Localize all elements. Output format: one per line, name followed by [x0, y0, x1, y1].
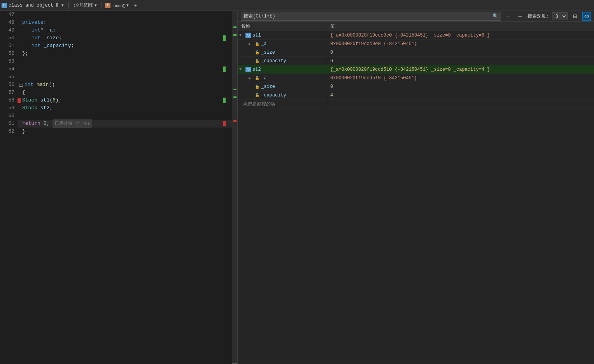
code-line-55: [18, 73, 232, 81]
watch-row-st1-a[interactable]: ▶ 🔒 _a 0x0000020f19ccc9e0 {-842150451}: [238, 40, 594, 48]
watch-cell-value-st1-a: 0x0000020f19ccc9e0 {-842150451}: [327, 41, 594, 47]
watch-search-box[interactable]: 搜索(Ctrl+E) 🔍: [241, 12, 501, 21]
code-lines: private: int* _a; int _size; int _: [18, 11, 232, 364]
expand-st1[interactable]: ▼: [239, 33, 244, 37]
regex-btn[interactable]: ab: [582, 12, 591, 21]
code-line-47: [18, 11, 232, 19]
top-bar-left: C class and object Ⅱ ▾ (全局范围) ▾ f main()…: [2, 1, 592, 10]
code-line-51: int _capacity;: [18, 42, 232, 50]
watch-row-st2-a[interactable]: ▶ 🔒 _a 0x0000020f19ccd510 {-842150451}: [238, 74, 594, 82]
expand-st2[interactable]: ▼: [239, 67, 244, 72]
watch-cell-name-st2-capacity: 🔒 _capacity: [238, 93, 327, 98]
code-area: 47 48 49 50 51 52 53 54 55 56 57 58 59 6…: [0, 11, 237, 364]
func-dropdown-btn[interactable]: main() ▾: [112, 2, 130, 9]
search-label: 搜索(Ctrl+E): [244, 13, 275, 19]
file-dropdown-btn[interactable]: ▾: [60, 2, 65, 9]
watch-row-st2[interactable]: ▼ ⬡ st2 {_a=0x0000020f19ccd510 {-8421504…: [238, 65, 594, 74]
code-line-50: int _size;: [18, 34, 232, 42]
watch-cell-value-st2: {_a=0x0000020f19ccd510 {-842150451} _siz…: [327, 67, 594, 72]
depth-label: 搜索深度:: [527, 13, 549, 19]
func-icon: f: [105, 3, 110, 8]
nav-fwd-btn[interactable]: →: [516, 12, 524, 20]
file-name: class and object Ⅱ: [9, 2, 58, 8]
collapse-button-56[interactable]: -: [19, 83, 23, 87]
separator-1: [68, 2, 69, 9]
scroll-mark-4: [233, 96, 237, 98]
code-line-49: int* _a;: [18, 26, 232, 34]
lock-icon-st1-size: 🔒: [255, 50, 259, 55]
code-line-53: [18, 58, 232, 65]
watch-cell-value-st1-capacity: 6: [327, 58, 594, 64]
code-line-59: Stack st2;: [18, 104, 232, 112]
lock-icon-st2-size: 🔒: [255, 84, 259, 89]
st2-a-label: _a: [261, 75, 266, 81]
watch-row-st1-size[interactable]: 🔒 _size 0: [238, 48, 594, 57]
top-bar: C class and object Ⅱ ▾ (全局范围) ▾ f main()…: [0, 0, 594, 11]
line-numbers: 47 48 49 50 51 52 53 54 55 56 57 58 59 6…: [0, 11, 18, 364]
st1-capacity-label: _capacity: [261, 58, 286, 64]
code-line-54: [18, 65, 232, 73]
obj-icon-st2: ⬡: [245, 67, 251, 72]
time-hint: 已用时间 <= 4ms: [53, 119, 92, 128]
obj-icon-st1: ⬡: [245, 33, 251, 38]
add-btn[interactable]: +: [132, 1, 138, 10]
lock-icon-st1-a: 🔒: [255, 42, 259, 46]
file-icon: C: [2, 3, 7, 8]
separator-2: [102, 2, 102, 9]
watch-row-st1[interactable]: ▼ ⬡ st1 {_a=0x0000020f19ccc9e0 {-8421504…: [238, 31, 594, 40]
search-icon: 🔍: [492, 13, 498, 19]
scroll-mark-red: [233, 120, 237, 122]
lock-icon-st2-capacity: 🔒: [255, 93, 259, 98]
pin-icon: ⊟: [573, 13, 577, 19]
watch-row-add[interactable]: 添加要监视的项: [238, 100, 594, 109]
code-panel: 47 48 49 50 51 52 53 54 55 56 57 58 59 6…: [0, 11, 237, 364]
watch-cell-name-add: 添加要监视的项: [238, 99, 327, 109]
watch-row-st1-capacity[interactable]: 🔒 _capacity 6: [238, 57, 594, 65]
expand-st2-a[interactable]: ▶: [249, 76, 253, 80]
watch-row-st2-size[interactable]: 🔒 _size 0: [238, 82, 594, 91]
watch-cell-name-st2-a: ▶ 🔒 _a: [238, 75, 327, 81]
depth-select[interactable]: 3 1 2 4 5: [552, 12, 568, 20]
watch-cell-value-st2-a: 0x0000020f19ccd510 {-842150451}: [327, 75, 594, 81]
watch-cell-name-st2-size: 🔒 _size: [238, 84, 327, 89]
code-scrollbar[interactable]: [232, 11, 237, 364]
scope-dropdown-btn[interactable]: (全局范围) ▾: [72, 2, 98, 9]
watch-rows: ▼ ⬡ st1 {_a=0x0000020f19ccc9e0 {-8421504…: [238, 31, 594, 364]
scroll-mark-2: [233, 34, 237, 36]
watch-table-header: 名称 值: [238, 22, 594, 31]
scroll-mark-1: [233, 26, 237, 28]
pin-btn[interactable]: ⊟: [571, 12, 579, 21]
st1-size-label: _size: [261, 50, 275, 55]
file-title: class and object Ⅱ: [9, 2, 58, 8]
col-value-header: 值: [327, 23, 594, 30]
code-line-57: {: [18, 89, 232, 96]
code-line-48: private:: [18, 19, 232, 26]
watch-cell-name-st1-size: 🔒 _size: [238, 50, 327, 55]
st2-capacity-label: _capacity: [261, 93, 286, 98]
watch-table: 名称 值 ▼ ⬡ st1 {_a=0x0000020f19ccc9e0 {-84…: [238, 22, 594, 364]
watch-cell-value-st1: {_a=0x0000020f19ccc9e0 {-842150451} _siz…: [327, 33, 594, 38]
nav-back-btn[interactable]: ←: [504, 12, 513, 20]
code-line-58: Stack st1(6);: [18, 96, 232, 104]
lock-icon-st1-capacity: 🔒: [255, 59, 259, 63]
expand-st1-a[interactable]: ▶: [249, 42, 253, 46]
scroll-mark-3: [233, 89, 237, 90]
watch-panel: 搜索(Ctrl+E) 🔍 ← → 搜索深度: 3 1 2 4 5 ⊟ ab: [237, 11, 594, 364]
st1-label: st1: [252, 33, 261, 38]
st2-label: st2: [252, 67, 261, 72]
watch-cell-name-st1-a: ▶ 🔒 _a: [238, 41, 327, 47]
watch-cell-value-st2-size: 0: [327, 84, 594, 89]
code-line-56: - int main(): [18, 81, 232, 89]
watch-cell-name-st1: ▼ ⬡ st1: [238, 33, 327, 38]
breakpoint-58: [18, 98, 21, 103]
st2-size-label: _size: [261, 84, 275, 89]
watch-row-st2-capacity[interactable]: 🔒 _capacity 4: [238, 91, 594, 100]
main-content: 47 48 49 50 51 52 53 54 55 56 57 58 59 6…: [0, 11, 594, 364]
code-line-60: [18, 112, 232, 120]
watch-cell-value-st1-size: 0: [327, 50, 594, 55]
add-watch-label: 添加要监视的项: [239, 99, 278, 109]
regex-icon: ab: [584, 14, 589, 18]
lock-icon-st2-a: 🔒: [255, 76, 259, 80]
code-line-61: ➤ return 0; 已用时间 <= 4ms: [18, 120, 232, 128]
code-line-62: }: [18, 128, 232, 135]
